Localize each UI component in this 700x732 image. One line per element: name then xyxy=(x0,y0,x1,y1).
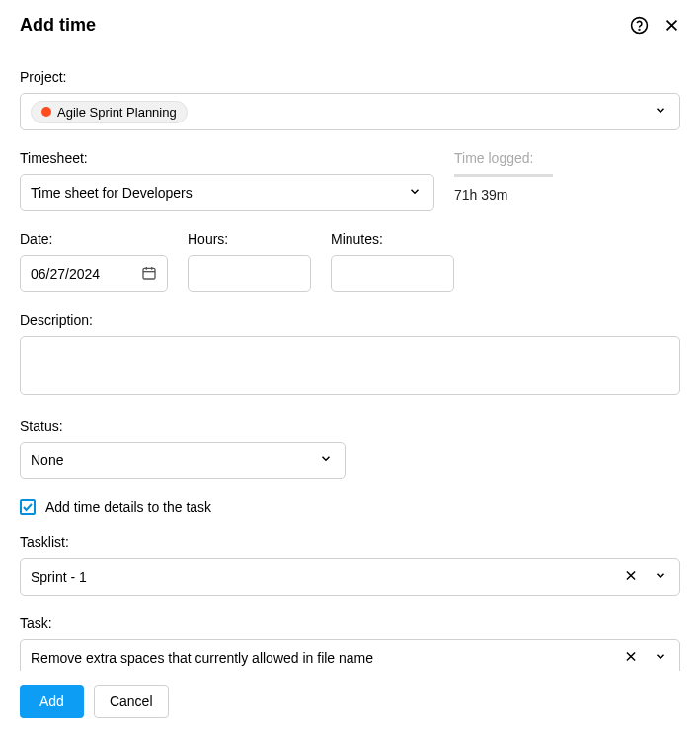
add-button[interactable]: Add xyxy=(20,685,84,718)
dialog-header: Add time xyxy=(0,0,700,47)
chevron-down-icon xyxy=(319,452,333,469)
clear-task-icon[interactable] xyxy=(624,650,638,667)
form-body[interactable]: Project: Agile Sprint Planning Timesheet… xyxy=(0,49,700,671)
tasklist-value: Sprint - 1 xyxy=(31,569,87,585)
calendar-icon[interactable] xyxy=(141,265,157,284)
chevron-down-icon xyxy=(654,104,667,121)
date-field[interactable] xyxy=(31,266,141,282)
time-logged-label: Time logged: xyxy=(454,150,680,166)
status-value: None xyxy=(31,452,63,468)
timesheet-value: Time sheet for Developers xyxy=(31,185,193,201)
minutes-input[interactable] xyxy=(331,255,454,292)
timesheet-label: Timesheet: xyxy=(20,150,434,166)
dialog-footer: Add Cancel xyxy=(0,671,700,732)
status-select[interactable]: None xyxy=(20,442,346,479)
svg-point-1 xyxy=(639,29,640,30)
task-value: Remove extra spaces that currently allow… xyxy=(31,650,373,666)
project-label: Project: xyxy=(20,69,680,85)
header-actions xyxy=(630,16,680,35)
project-select[interactable]: Agile Sprint Planning xyxy=(20,93,680,130)
cancel-button[interactable]: Cancel xyxy=(94,685,169,718)
hours-input[interactable] xyxy=(188,255,311,292)
tasklist-label: Tasklist: xyxy=(20,534,680,550)
date-input[interactable] xyxy=(20,255,168,292)
clear-tasklist-icon[interactable] xyxy=(624,569,638,586)
minutes-field[interactable] xyxy=(342,266,443,282)
add-details-checkbox[interactable] xyxy=(20,499,36,515)
status-label: Status: xyxy=(20,418,680,434)
task-select[interactable]: Remove extra spaces that currently allow… xyxy=(20,639,680,671)
project-color-dot xyxy=(41,107,51,117)
add-details-checkbox-label: Add time details to the task xyxy=(45,499,211,515)
project-chip: Agile Sprint Planning xyxy=(31,101,188,123)
time-logged-value: 71h 39m xyxy=(454,187,680,203)
description-label: Description: xyxy=(20,312,680,328)
add-details-checkbox-row[interactable]: Add time details to the task xyxy=(20,499,680,515)
chevron-down-icon xyxy=(654,569,667,586)
date-label: Date: xyxy=(20,231,168,247)
help-icon[interactable] xyxy=(630,16,649,35)
hours-field[interactable] xyxy=(198,266,300,282)
chevron-down-icon xyxy=(408,185,422,202)
task-label: Task: xyxy=(20,615,680,631)
chevron-down-icon xyxy=(654,650,667,667)
minutes-label: Minutes: xyxy=(331,231,454,247)
hours-label: Hours: xyxy=(188,231,311,247)
close-icon[interactable] xyxy=(663,17,680,34)
tasklist-select[interactable]: Sprint - 1 xyxy=(20,558,680,596)
svg-rect-4 xyxy=(143,268,155,279)
timesheet-select[interactable]: Time sheet for Developers xyxy=(20,174,434,211)
project-name: Agile Sprint Planning xyxy=(57,105,177,120)
dialog-title: Add time xyxy=(20,15,96,36)
description-input[interactable] xyxy=(20,336,680,395)
time-logged-progress xyxy=(454,174,553,177)
